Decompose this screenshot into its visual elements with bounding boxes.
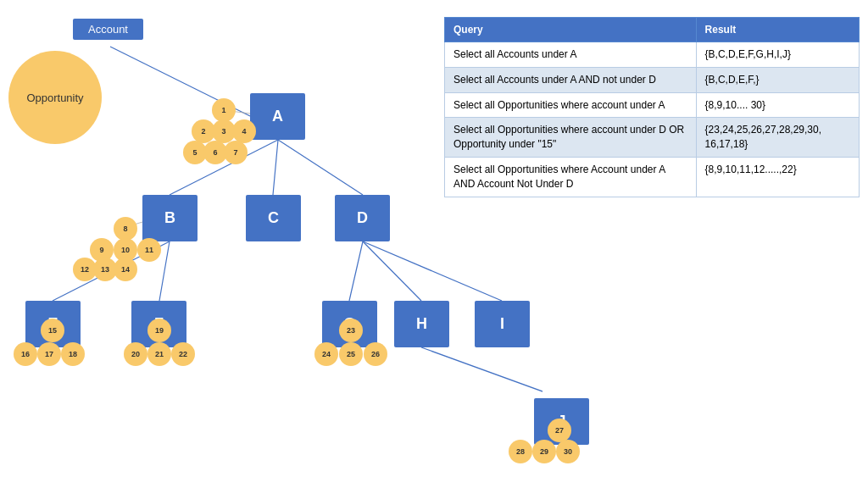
opp-node-28: 28 [509, 440, 532, 463]
opp-node-23: 23 [339, 319, 363, 342]
query-cell: Select all Accounts under A [445, 42, 697, 68]
opp-node-11: 11 [137, 238, 161, 262]
col-header-result: Result [696, 18, 859, 42]
account-node-B: B [142, 195, 198, 241]
query-cell: Select all Opportunities where Account u… [445, 157, 697, 197]
opp-node-30: 30 [556, 440, 580, 463]
account-node-A: A [250, 93, 305, 140]
svg-line-2 [273, 140, 278, 195]
svg-line-6 [349, 241, 363, 301]
query-table-container: Query Result Select all Accounts under A… [444, 17, 860, 197]
query-cell: Select all Opportunities where account u… [445, 92, 697, 118]
opp-node-29: 29 [532, 440, 556, 463]
result-cell: {8,9,10,11,12.....,22} [696, 157, 859, 197]
opp-node-26: 26 [364, 342, 387, 366]
opp-node-1: 1 [212, 98, 236, 122]
opp-node-8: 8 [114, 217, 137, 241]
svg-line-3 [278, 140, 363, 195]
table-row: Select all Accounts under A{B,C,D,E,F,G,… [445, 42, 860, 68]
query-table: Query Result Select all Accounts under A… [444, 17, 860, 197]
account-node-I: I [475, 301, 530, 347]
query-cell: Select all Accounts under A AND not unde… [445, 67, 697, 92]
opp-node-7: 7 [224, 141, 248, 164]
table-row: Select all Opportunities where account u… [445, 92, 860, 118]
query-cell: Select all Opportunities where account u… [445, 118, 697, 158]
account-legend: Account [73, 19, 143, 40]
opp-node-25: 25 [339, 342, 363, 366]
opp-node-20: 20 [124, 342, 147, 366]
table-row: Select all Opportunities where account u… [445, 118, 860, 158]
opp-node-22: 22 [171, 342, 195, 366]
account-node-C: C [246, 195, 301, 241]
svg-line-7 [363, 241, 421, 301]
opp-node-14: 14 [114, 258, 137, 281]
account-node-D: D [335, 195, 390, 241]
opp-node-4: 4 [232, 119, 256, 143]
opp-node-17: 17 [37, 342, 61, 366]
result-cell: {23,24,25,26,27,28,29,30, 16,17,18} [696, 118, 859, 158]
result-cell: {B,C,D,E,F,} [696, 67, 859, 92]
account-node-H: H [394, 301, 449, 347]
opp-node-16: 16 [14, 342, 37, 366]
opp-node-18: 18 [61, 342, 85, 366]
col-header-query: Query [445, 18, 697, 42]
opp-node-15: 15 [41, 319, 64, 342]
result-cell: {B,C,D,E,F,G,H,I,J} [696, 42, 859, 68]
opp-node-19: 19 [147, 319, 171, 342]
opp-node-21: 21 [147, 342, 171, 366]
opp-node-24: 24 [314, 342, 338, 366]
table-row: Select all Accounts under A AND not unde… [445, 67, 860, 92]
table-row: Select all Opportunities where Account u… [445, 157, 860, 197]
opportunity-legend: Opportunity [8, 51, 102, 144]
opp-node-27: 27 [548, 419, 571, 442]
svg-line-9 [421, 347, 542, 398]
svg-line-8 [363, 241, 502, 301]
result-cell: {8,9,10.... 30} [696, 92, 859, 118]
